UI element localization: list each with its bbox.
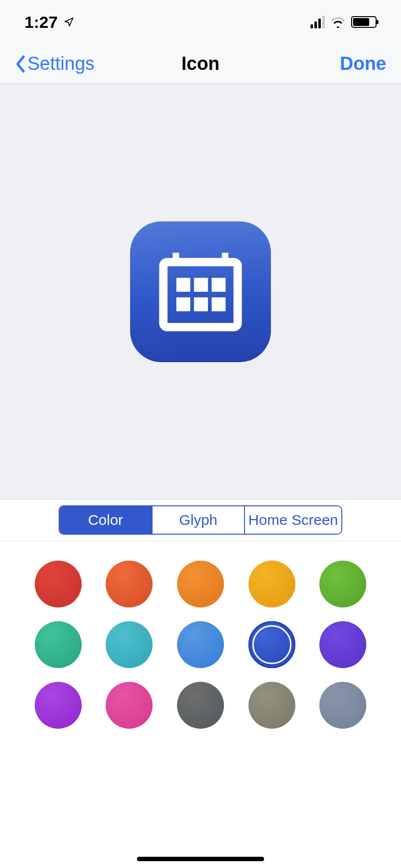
color-swatch-yellow[interactable] bbox=[248, 561, 295, 608]
svg-rect-1 bbox=[173, 253, 179, 266]
segment-home-screen[interactable]: Home Screen bbox=[245, 506, 341, 534]
svg-rect-2 bbox=[222, 253, 228, 266]
svg-rect-3 bbox=[177, 278, 191, 292]
back-button[interactable]: Settings bbox=[15, 53, 94, 74]
battery-icon bbox=[351, 16, 377, 28]
color-swatch-khaki[interactable] bbox=[248, 682, 295, 729]
segmented-control: ColorGlyphHome Screen bbox=[59, 505, 342, 535]
color-swatch-red-orange[interactable] bbox=[106, 561, 153, 608]
signal-icon bbox=[311, 16, 325, 28]
svg-rect-8 bbox=[212, 297, 226, 311]
color-swatch-blue-gray[interactable] bbox=[319, 682, 366, 729]
color-swatch-orange[interactable] bbox=[177, 561, 224, 608]
color-grid bbox=[29, 561, 372, 729]
svg-rect-0 bbox=[163, 262, 238, 327]
svg-rect-6 bbox=[177, 297, 191, 311]
status-time: 1:27 bbox=[24, 13, 58, 32]
color-panel bbox=[0, 541, 401, 868]
color-swatch-cyan[interactable] bbox=[106, 621, 153, 668]
location-icon bbox=[64, 17, 74, 27]
chevron-left-icon bbox=[15, 55, 25, 73]
wifi-icon bbox=[331, 16, 345, 28]
nav-bar: Settings Icon Done bbox=[0, 44, 401, 84]
status-bar: 1:27 bbox=[0, 0, 401, 44]
color-swatch-green[interactable] bbox=[319, 561, 366, 608]
svg-rect-4 bbox=[194, 278, 208, 292]
segment-glyph[interactable]: Glyph bbox=[153, 506, 245, 534]
segmented-control-wrap: ColorGlyphHome Screen bbox=[0, 499, 401, 541]
color-swatch-purple[interactable] bbox=[35, 682, 82, 729]
icon-preview bbox=[130, 221, 271, 362]
color-swatch-red[interactable] bbox=[35, 561, 82, 608]
color-swatch-teal[interactable] bbox=[35, 621, 82, 668]
icon-preview-area bbox=[0, 84, 401, 499]
done-button[interactable]: Done bbox=[340, 53, 386, 74]
calendar-icon bbox=[154, 245, 247, 338]
svg-rect-7 bbox=[194, 297, 208, 311]
color-swatch-dark-gray[interactable] bbox=[177, 682, 224, 729]
color-swatch-indigo[interactable] bbox=[319, 621, 366, 668]
home-indicator[interactable] bbox=[0, 857, 401, 861]
segment-color[interactable]: Color bbox=[60, 506, 153, 534]
color-swatch-blue[interactable] bbox=[248, 621, 295, 668]
color-swatch-pink[interactable] bbox=[106, 682, 153, 729]
back-label: Settings bbox=[27, 53, 94, 74]
svg-rect-5 bbox=[212, 278, 226, 292]
color-swatch-light-blue[interactable] bbox=[177, 621, 224, 668]
